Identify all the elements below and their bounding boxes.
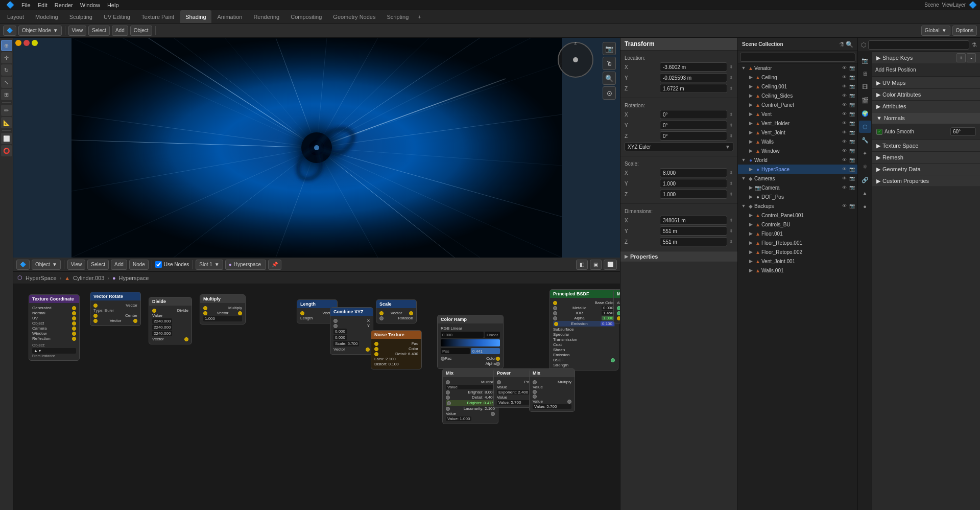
outliner-search-input[interactable]: [740, 53, 855, 62]
tree-item-ceiling-sides[interactable]: ▶ ▲ Ceiling_Sides 👁 📷: [738, 91, 857, 100]
render-icon-vent[interactable]: 📷: [848, 110, 855, 118]
node-scale[interactable]: Scale Vector Rotation: [376, 299, 417, 323]
tab-shading[interactable]: Shading: [180, 10, 211, 23]
rot-copy-x[interactable]: ⬍: [729, 112, 733, 117]
props-tab-output[interactable]: 🖥: [859, 67, 871, 80]
custom-properties-header[interactable]: ▶ Custom Properties: [872, 175, 980, 187]
props-tab-render[interactable]: 📷: [859, 54, 871, 66]
zoom-in-btn[interactable]: 🖱: [603, 57, 616, 70]
edit-menu[interactable]: Edit: [35, 2, 51, 9]
tree-item-cameras[interactable]: ▼ ◆ Cameras 👁 📷: [738, 174, 857, 183]
right-panel-filter-icon[interactable]: ⚗: [971, 41, 977, 49]
render-icon-world[interactable]: 📷: [848, 156, 855, 164]
render-icon-camera[interactable]: 📷: [848, 184, 855, 191]
node-editor[interactable]: 🔷 Object ▼ View Select Add Node Use Node…: [13, 258, 620, 510]
node-combine-xyz[interactable]: Combine XYZ X Y 0.000 0.000 Scale: 5.700…: [330, 307, 373, 355]
box-select-tool[interactable]: ⬜: [1, 133, 12, 144]
rotation-x-value[interactable]: 0°: [660, 110, 727, 119]
blender-menu[interactable]: 🔷: [3, 1, 17, 9]
add-menu-btn[interactable]: Add: [112, 26, 128, 36]
render-icon-venator[interactable]: 📷: [848, 64, 855, 72]
render-icon-ceiling-sides[interactable]: 📷: [848, 92, 855, 99]
tree-item-vent[interactable]: ▶ ▲ Vent 👁 📷: [738, 109, 857, 119]
auto-smooth-checkbox[interactable]: ✓: [876, 129, 882, 135]
pin-btn[interactable]: 📌: [268, 260, 281, 270]
node-context-dropdown[interactable]: Object ▼: [32, 260, 61, 270]
node-material-output[interactable]: Material Output All Surface Volume Displ…: [613, 289, 620, 323]
options-button[interactable]: Options: [952, 26, 977, 36]
measure-tool[interactable]: 📐: [1, 117, 12, 128]
tab-animation[interactable]: Animation: [212, 10, 248, 23]
rotation-y-value[interactable]: 0°: [660, 121, 727, 130]
eye-icon-backups[interactable]: 👁: [841, 202, 848, 210]
tree-item-floor-retopo-002[interactable]: ▶ ▲ Floor_Retopo.002: [738, 247, 857, 257]
props-tab-material[interactable]: ●: [859, 200, 871, 213]
location-x-value[interactable]: -3.6002 m: [660, 62, 727, 72]
transform-global-dropdown[interactable]: Global ▼: [921, 26, 950, 36]
render-icon-backups[interactable]: 📷: [848, 202, 855, 210]
rot-copy-y[interactable]: ⬍: [729, 123, 733, 128]
eye-icon-cp[interactable]: 👁: [841, 101, 848, 108]
remesh-header[interactable]: ▶ Remesh: [872, 152, 980, 163]
render-icon-walls[interactable]: 📷: [848, 138, 855, 145]
nav-circle[interactable]: Z: [558, 42, 593, 78]
viewport-nav-gizmo[interactable]: Z: [558, 42, 599, 83]
tab-layout[interactable]: Layout: [2, 10, 29, 23]
outliner-search-icon[interactable]: 🔍: [846, 41, 853, 48]
object-menu-btn[interactable]: Object: [130, 26, 152, 36]
copy-z-icon[interactable]: ⬍: [729, 86, 733, 91]
tree-item-ceiling[interactable]: ▶ ▲ Ceiling 👁 📷: [738, 73, 857, 82]
tab-compositing[interactable]: Compositing: [285, 10, 327, 23]
scale-y-value[interactable]: 1.000: [660, 179, 727, 188]
object-mode-dropdown[interactable]: Object Mode ▼: [18, 26, 62, 36]
scale-z-value[interactable]: 1.000: [660, 190, 727, 199]
node-color-ramp[interactable]: Color Ramp RGB Linear 0.000 Linear Pos: [437, 315, 504, 369]
props-tab-object-data[interactable]: ▲: [859, 187, 871, 199]
props-tab-physics[interactable]: ⚛: [859, 160, 871, 173]
overlay-btn[interactable]: ⊙: [603, 86, 616, 100]
tree-item-floor-retopo-001[interactable]: ▶ ▲ Floor_Retopo.001: [738, 238, 857, 247]
props-tab-modifier[interactable]: 🔧: [859, 134, 871, 146]
breadcrumb-cylinder[interactable]: Cylinder.003: [73, 275, 104, 281]
tab-sculpting[interactable]: Sculpting: [64, 10, 98, 23]
eye-icon-vent-joint[interactable]: 👁: [841, 129, 848, 136]
help-menu[interactable]: Help: [104, 2, 122, 9]
render-icon-hyperspace[interactable]: 📷: [848, 166, 855, 173]
material-selector[interactable]: ● Hyperspace: [225, 260, 266, 270]
copy-y-icon[interactable]: ⬍: [729, 75, 733, 80]
node-zoom-in[interactable]: ▣: [590, 260, 602, 270]
shape-keys-header[interactable]: ▶ Shape Keys + -: [872, 52, 980, 63]
tab-geometry-nodes[interactable]: Geometry Nodes: [328, 10, 380, 23]
3d-viewport[interactable]: Z 📷 🖱 🔍 ⊙: [13, 38, 620, 258]
props-tab-constraints[interactable]: 🔗: [859, 174, 871, 186]
node-add-menu[interactable]: Add: [111, 260, 127, 270]
eye-icon-cameras[interactable]: 👁: [841, 175, 848, 182]
use-nodes-checkbox[interactable]: [155, 261, 162, 268]
location-y-value[interactable]: -0.025593 m: [660, 73, 727, 82]
scale-copy-x[interactable]: ⬍: [729, 170, 733, 175]
circle-select-tool[interactable]: ⭕: [1, 145, 12, 156]
node-editor-type[interactable]: 🔷: [16, 260, 30, 270]
eye-icon-world[interactable]: 👁: [841, 156, 848, 164]
location-z-value[interactable]: 1.6722 m: [660, 84, 727, 93]
tree-item-backups[interactable]: ▼ ◆ Backups 👁 📷: [738, 201, 857, 211]
dim-copy-x[interactable]: ⬍: [729, 218, 733, 223]
eye-icon-hyperspace[interactable]: 👁: [841, 166, 848, 173]
node-view-toggle[interactable]: ⬜: [604, 260, 617, 270]
dim-x-value[interactable]: 348061 m: [660, 216, 727, 225]
rotation-z-value[interactable]: 0°: [660, 131, 727, 141]
normals-header[interactable]: ▼ Normals: [872, 112, 980, 124]
props-tab-world[interactable]: 🌍: [859, 107, 871, 120]
file-menu[interactable]: File: [18, 2, 34, 9]
right-panel-icon-btn[interactable]: ⬡: [861, 41, 866, 49]
rotate-tool[interactable]: ↻: [1, 64, 12, 76]
transform-tool[interactable]: ⊞: [1, 89, 12, 100]
eye-icon-walls[interactable]: 👁: [841, 138, 848, 145]
node-zoom-out[interactable]: ◧: [576, 260, 588, 270]
render-icon-vent-joint[interactable]: 📷: [848, 129, 855, 136]
cursor-tool[interactable]: ⊕: [1, 40, 12, 51]
node-view-menu[interactable]: View: [67, 260, 86, 270]
node-vector-rotate[interactable]: Vector Rotate Vector Type: Euler Center …: [90, 292, 141, 326]
tree-item-window[interactable]: ▶ ▲ Window 👁 📷: [738, 146, 857, 155]
editor-type-selector[interactable]: 🔷: [3, 26, 16, 36]
